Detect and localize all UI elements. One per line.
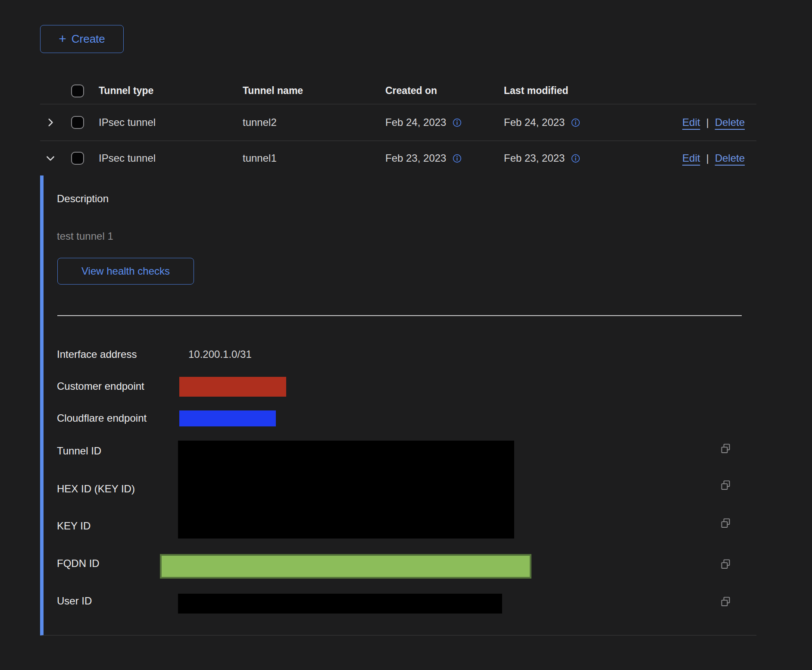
user-id-label: User ID <box>57 595 92 607</box>
column-header-tunnel-type: Tunnel type <box>99 85 243 97</box>
interface-address-value: 10.200.1.0/31 <box>188 348 252 360</box>
ids-redaction <box>178 441 514 539</box>
row-checkbox[interactable] <box>71 152 84 165</box>
action-separator: | <box>706 116 709 128</box>
edit-link[interactable]: Edit <box>682 152 700 164</box>
hex-id-label: HEX ID (KEY ID) <box>57 483 135 495</box>
interface-address-label: Interface address <box>57 348 137 360</box>
tunnel-detail-panel: Description test tunnel 1 View health ch… <box>40 175 756 636</box>
create-button-label: Create <box>72 32 105 46</box>
table-header-row: Tunnel type Tunnel name Created on Last … <box>40 78 756 104</box>
edit-link[interactable]: Edit <box>682 116 700 128</box>
copy-icon <box>720 443 731 454</box>
key-id-label: KEY ID <box>57 520 91 532</box>
customer-endpoint-label: Customer endpoint <box>57 380 144 392</box>
delete-link[interactable]: Delete <box>715 116 745 128</box>
table-row: IPsec tunnel tunnel2 Feb 24, 2023 Feb 24… <box>40 104 756 141</box>
customer-endpoint-redaction <box>179 377 286 397</box>
fqdn-id-label: FQDN ID <box>57 557 100 570</box>
tunnels-page: + Create Tunnel type Tunnel name Created… <box>0 0 812 670</box>
info-icon[interactable] <box>452 153 462 163</box>
info-icon[interactable] <box>571 153 581 163</box>
copy-key-id-button[interactable] <box>720 517 731 529</box>
create-button[interactable]: + Create <box>40 25 124 53</box>
delete-link[interactable]: Delete <box>715 152 745 164</box>
copy-user-id-button[interactable] <box>720 596 731 607</box>
info-icon[interactable] <box>452 118 462 128</box>
tunnel-type-cell: IPsec tunnel <box>99 116 243 128</box>
select-all-checkbox[interactable] <box>71 85 84 97</box>
action-separator: | <box>706 152 709 164</box>
created-on-cell: Feb 23, 2023 <box>385 152 446 164</box>
tunnel-type-cell: IPsec tunnel <box>99 152 243 164</box>
info-icon[interactable] <box>571 118 581 128</box>
collapse-row-button[interactable] <box>43 151 58 166</box>
last-modified-cell: Feb 23, 2023 <box>504 152 565 164</box>
tunnel-table: Tunnel type Tunnel name Created on Last … <box>40 78 756 636</box>
view-health-checks-button[interactable]: View health checks <box>57 258 194 285</box>
user-id-redaction <box>178 594 502 614</box>
tunnel-name-cell: tunnel2 <box>243 116 385 128</box>
chevron-down-icon <box>45 153 56 164</box>
tunnel-id-label: Tunnel ID <box>57 445 101 457</box>
column-header-created-on: Created on <box>385 85 504 97</box>
plus-icon: + <box>59 32 66 45</box>
row-checkbox[interactable] <box>71 116 84 129</box>
copy-icon <box>720 558 731 570</box>
tunnel-name-cell: tunnel1 <box>243 152 385 164</box>
copy-tunnel-id-button[interactable] <box>720 443 731 454</box>
cloudflare-endpoint-label: Cloudflare endpoint <box>57 412 147 424</box>
created-on-cell: Feb 24, 2023 <box>385 116 446 128</box>
column-header-last-modified: Last modified <box>504 85 656 97</box>
last-modified-cell: Feb 24, 2023 <box>504 116 565 128</box>
expand-row-button[interactable] <box>43 115 58 130</box>
fqdn-id-redaction <box>160 554 531 579</box>
copy-icon <box>720 596 731 607</box>
copy-fqdn-id-button[interactable] <box>720 558 731 570</box>
panel-divider <box>57 315 742 316</box>
description-label: Description <box>57 193 109 205</box>
copy-hex-id-button[interactable] <box>720 479 731 491</box>
chevron-right-icon <box>45 117 56 128</box>
description-value: test tunnel 1 <box>57 230 113 242</box>
cloudflare-endpoint-redaction <box>179 410 276 426</box>
column-header-tunnel-name: Tunnel name <box>243 85 385 97</box>
copy-icon <box>720 517 731 529</box>
table-row: IPsec tunnel tunnel1 Feb 23, 2023 Feb 23… <box>40 141 756 175</box>
copy-icon <box>720 479 731 491</box>
